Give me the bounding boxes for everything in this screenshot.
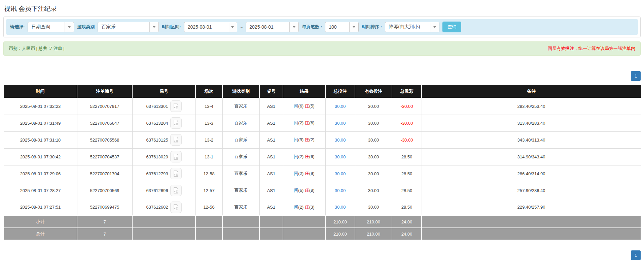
video-record-icon bbox=[173, 153, 179, 160]
cell-round-id: 637613301 bbox=[146, 104, 168, 109]
table-row: 2025-08-01 07:32:23 522700707917 6376133… bbox=[4, 98, 641, 115]
date-from-value: 2025-08-01 bbox=[184, 22, 228, 32]
dropdown-caret-icon[interactable] bbox=[228, 22, 237, 32]
video-replay-button[interactable] bbox=[170, 202, 182, 213]
cell-game-type: 百家乐 bbox=[222, 199, 259, 216]
result-player-score: (2) bbox=[298, 205, 303, 210]
cell-payout: 28.50 bbox=[392, 148, 422, 165]
cell-bet-id: 522700706647 bbox=[77, 115, 132, 131]
cell-remark: 283.40/253.40 bbox=[422, 98, 641, 115]
cell-payout: 28.50 bbox=[392, 165, 422, 182]
page-1-button[interactable]: 1 bbox=[631, 71, 641, 81]
game-type-select[interactable]: 百家乐 bbox=[98, 22, 159, 32]
header-remark: 备注 bbox=[422, 85, 641, 98]
page-1-button[interactable]: 1 bbox=[631, 250, 641, 260]
result-player-score: (2) bbox=[298, 120, 303, 125]
dropdown-caret-icon[interactable] bbox=[149, 22, 158, 32]
cell-total-bet-link[interactable]: 30.00 bbox=[335, 188, 346, 193]
pagination-top: 1 bbox=[3, 71, 641, 81]
result-banker-label: 庄 bbox=[305, 171, 309, 176]
total-row: 总计 7 210.00 210.00 24.00 bbox=[4, 228, 641, 240]
page-title: 视讯 会员下注纪录 bbox=[0, 0, 644, 17]
cell-total-bet-link[interactable]: 30.00 bbox=[335, 138, 346, 143]
video-replay-button[interactable] bbox=[170, 117, 182, 129]
query-type-select[interactable]: 日期查询 bbox=[28, 22, 74, 32]
cell-game-type: 百家乐 bbox=[222, 182, 259, 199]
cell-remark: 314.90/343.40 bbox=[422, 148, 641, 165]
range-separator: ~ bbox=[240, 25, 243, 30]
pagination-bottom: 1 bbox=[3, 250, 641, 260]
cell-remark: 286.40/314.90 bbox=[422, 165, 641, 182]
cell-result: 闲(6) 庄(8) bbox=[283, 182, 325, 199]
cell-payout: 28.50 bbox=[392, 182, 422, 199]
betting-records-table: 时间 注单编号 局号 场次 游戏类别 桌号 结果 总投注 有效投注 总派彩 备注… bbox=[3, 85, 641, 240]
header-valid-bet: 有效投注 bbox=[355, 85, 392, 98]
summary-currency-total: 币别：人民币 | 总共 :7 注单 | bbox=[9, 45, 65, 52]
table-row: 2025-08-01 07:31:18 522700705568 6376131… bbox=[4, 131, 641, 148]
cell-valid-bet: 30.00 bbox=[355, 199, 392, 216]
cell-bet-id: 522700705568 bbox=[77, 131, 132, 148]
video-replay-button[interactable] bbox=[170, 168, 182, 179]
search-button[interactable]: 查询 bbox=[442, 22, 461, 32]
cell-game-type: 百家乐 bbox=[222, 165, 259, 182]
subtotal-payout: 24.00 bbox=[392, 216, 422, 228]
cell-total-bet-link[interactable]: 30.00 bbox=[335, 154, 346, 159]
video-replay-button[interactable] bbox=[170, 134, 182, 146]
cell-total-bet-link[interactable]: 30.00 bbox=[335, 121, 346, 126]
cell-session: 13-2 bbox=[195, 131, 222, 148]
dropdown-caret-icon[interactable] bbox=[430, 22, 439, 32]
subtotal-valid-bet: 210.00 bbox=[355, 216, 392, 228]
cell-time: 2025-08-01 07:31:49 bbox=[4, 115, 77, 131]
cell-table-no: AS1 bbox=[259, 115, 283, 131]
result-banker-score: (2) bbox=[309, 137, 315, 142]
cell-total-bet-link[interactable]: 30.00 bbox=[335, 104, 346, 109]
video-record-icon bbox=[173, 103, 179, 110]
result-banker-label: 庄 bbox=[305, 103, 309, 109]
cell-valid-bet: 30.00 bbox=[355, 182, 392, 199]
result-player-label: 闲 bbox=[294, 171, 298, 176]
cell-bet-id: 522700701704 bbox=[77, 165, 132, 182]
result-player-score: (2) bbox=[298, 171, 303, 176]
cell-payout: 28.50 bbox=[392, 199, 422, 216]
cell-result: 闲(9) 庄(2) bbox=[283, 131, 325, 148]
cell-result: 闲(6) 庄(5) bbox=[283, 98, 325, 115]
cell-table-no: AS1 bbox=[259, 148, 283, 165]
result-player-score: (9) bbox=[298, 137, 303, 142]
cell-bet-id: 522700704537 bbox=[77, 148, 132, 165]
cell-session: 13-4 bbox=[195, 98, 222, 115]
total-valid-bet: 210.00 bbox=[355, 228, 392, 240]
cell-result: 闲(2) 庄(3) bbox=[283, 199, 325, 216]
cell-session: 12-58 bbox=[195, 165, 222, 182]
cell-game-type: 百家乐 bbox=[222, 148, 259, 165]
sort-order-select[interactable]: 降幂(由大到小) bbox=[385, 22, 439, 32]
video-replay-button[interactable] bbox=[170, 100, 182, 112]
result-banker-label: 庄 bbox=[305, 154, 309, 159]
result-banker-label: 庄 bbox=[305, 205, 309, 210]
result-player-label: 闲 bbox=[294, 154, 298, 159]
video-replay-button[interactable] bbox=[170, 151, 182, 162]
dropdown-caret-icon[interactable] bbox=[289, 22, 298, 32]
cell-table-no: AS1 bbox=[259, 165, 283, 182]
result-banker-score: (8) bbox=[309, 188, 315, 193]
page-size-label: 每页笔数 : bbox=[302, 24, 322, 30]
cell-result: 闲(2) 庄(9) bbox=[283, 165, 325, 182]
cell-total-bet-link[interactable]: 30.00 bbox=[335, 171, 346, 176]
video-record-icon bbox=[173, 120, 179, 126]
header-result: 结果 bbox=[283, 85, 325, 98]
page-size-select[interactable]: 100 bbox=[325, 22, 359, 32]
betting-records-page: { "page": { "title": "视讯 会员下注纪录" }, "col… bbox=[0, 0, 644, 274]
dropdown-caret-icon[interactable] bbox=[65, 22, 74, 32]
header-payout: 总派彩 bbox=[392, 85, 422, 98]
date-from-select[interactable]: 2025-08-01 bbox=[184, 22, 237, 32]
cell-result: 闲(2) 庄(6) bbox=[283, 115, 325, 131]
date-to-select[interactable]: 2025-08-01 bbox=[246, 22, 299, 32]
dropdown-caret-icon[interactable] bbox=[349, 22, 358, 32]
video-replay-button[interactable] bbox=[170, 185, 182, 196]
cell-game-type: 百家乐 bbox=[222, 98, 259, 115]
cell-payout: -30.00 bbox=[392, 115, 422, 131]
cell-table-no: AS1 bbox=[259, 98, 283, 115]
table-row: 2025-08-01 07:30:42 522700704537 6376130… bbox=[4, 148, 641, 165]
total-label: 总计 bbox=[4, 228, 77, 240]
subtotal-row: 小计 7 210.00 210.00 24.00 bbox=[4, 216, 641, 228]
cell-total-bet-link[interactable]: 30.00 bbox=[335, 205, 346, 210]
